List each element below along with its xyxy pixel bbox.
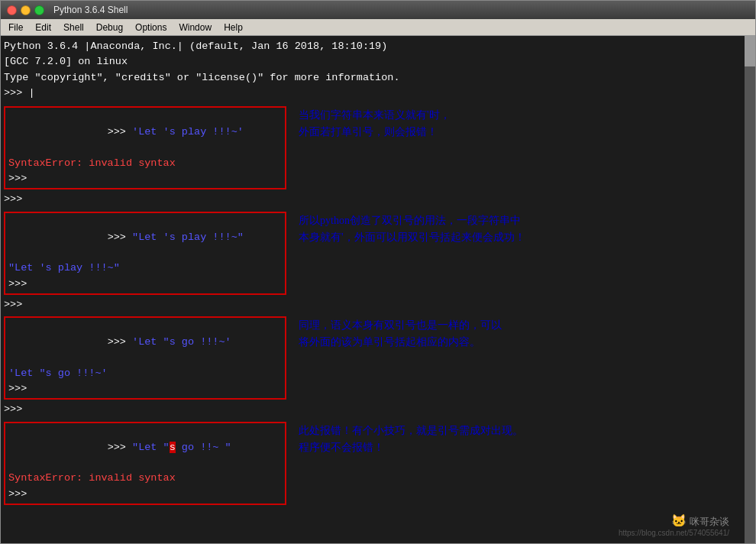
scrollbar[interactable]	[745, 36, 755, 543]
prompt-2: >>>	[108, 232, 132, 243]
annotation-2b: 本身就有'，外面可以用双引号括起来便会成功！	[299, 229, 743, 246]
python-header-2: [GCC 7.2.0] on linux	[4, 54, 743, 70]
all-content: Python 3.6.4 |Anaconda, Inc.| (default, …	[1, 36, 745, 543]
inter-prompt-2: >>>	[4, 297, 743, 312]
annotation-1b: 外面若打单引号，则会报错！	[299, 124, 743, 141]
minimize-button[interactable]	[21, 5, 31, 15]
annotation-3b: 将外面的该为单引号括起相应的内容。	[299, 334, 743, 351]
block2-annotation: 所以python创造了双引号的用法，一段字符串中 本身就有'，外面可以用双引号括…	[286, 209, 743, 297]
block1-left: >>> 'Let 's play !!!~' SyntaxError: inva…	[4, 104, 286, 192]
block4-annotation: 此处报错！有个小技巧，就是引号需成对出现。 程序便不会报错！	[286, 419, 743, 507]
block3-left: >>> 'Let "s go !!!~' 'Let "s go !!!~' >>…	[4, 314, 286, 402]
block1-prompt: >>>	[8, 171, 282, 186]
section-2: >>> "Let 's play !!!~" "Let 's play !!!~…	[4, 209, 743, 297]
menu-file[interactable]: File	[2, 21, 29, 34]
block3-output: 'Let "s go !!!~'	[8, 366, 282, 381]
block3-input: >>> 'Let "s go !!!~'	[8, 319, 282, 366]
window-title: Python 3.6.4 Shell	[53, 5, 128, 15]
maximize-button[interactable]	[34, 5, 44, 15]
block4-error: SyntaxError: invalid syntax	[8, 471, 282, 486]
python-header-1: Python 3.6.4 |Anaconda, Inc.| (default, …	[4, 39, 743, 54]
menu-bar: File Edit Shell Debug Options Window Hel…	[1, 19, 755, 36]
block3-code: 'Let "s go !!!~'	[132, 336, 231, 348]
watermark-name: 🐱 咪哥杂谈	[619, 513, 729, 529]
window: Python 3.6.4 Shell File Edit Shell Debug…	[0, 0, 756, 544]
prompt-1: >>>	[108, 126, 132, 138]
block4-input: >>> "Let "s go !!~ "	[8, 425, 282, 471]
menu-debug[interactable]: Debug	[90, 21, 129, 34]
annotation-4b: 程序便不会报错！	[299, 439, 743, 456]
block2-input: >>> "Let 's play !!!~"	[8, 215, 282, 261]
code-block-2: >>> "Let 's play !!!~" "Let 's play !!!~…	[4, 212, 286, 295]
code-block-1: >>> 'Let 's play !!!~' SyntaxError: inva…	[4, 106, 286, 189]
inter-prompt-3: >>>	[4, 402, 743, 417]
annotation-4a: 此处报错！有个小技巧，就是引号需成对出现。	[299, 423, 743, 439]
menu-window[interactable]: Window	[173, 21, 218, 34]
block2-code: "Let 's play !!!~"	[132, 232, 244, 243]
menu-help[interactable]: Help	[218, 21, 249, 34]
block1-code: 'Let 's play !!!~'	[132, 126, 244, 138]
block4-code-after: go !!~ "	[176, 442, 231, 453]
prompt-4: >>>	[108, 442, 132, 453]
code-block-3: >>> 'Let "s go !!!~' 'Let "s go !!!~' >>…	[4, 316, 286, 400]
close-button[interactable]	[7, 5, 17, 15]
block3-prompt: >>>	[8, 381, 282, 397]
block1-error: SyntaxError: invalid syntax	[8, 156, 282, 171]
watermark-url: https://blog.csdn.net/574055641/	[619, 529, 729, 537]
menu-edit[interactable]: Edit	[29, 21, 57, 34]
block2-prompt: >>>	[8, 277, 282, 292]
prompt-3: >>>	[108, 336, 132, 348]
block4-prompt: >>>	[8, 487, 282, 502]
block2-left: >>> "Let 's play !!!~" "Let 's play !!!~…	[4, 209, 286, 297]
menu-shell[interactable]: Shell	[57, 21, 90, 34]
window-controls	[7, 5, 44, 15]
block4-left: >>> "Let "s go !!~ " SyntaxError: invali…	[4, 419, 286, 507]
scrollbar-thumb[interactable]	[745, 36, 755, 66]
block2-output: "Let 's play !!!~"	[8, 261, 282, 276]
section-3: >>> 'Let "s go !!!~' 'Let "s go !!!~' >>…	[4, 314, 743, 402]
block1-annotation: 当我们字符串本来语义就有'时， 外面若打单引号，则会报错！	[286, 104, 743, 192]
block3-annotation: 同理，语义本身有双引号也是一样的，可以 将外面的该为单引号括起相应的内容。	[286, 314, 743, 402]
shell-inner: Python 3.6.4 |Anaconda, Inc.| (default, …	[1, 36, 745, 543]
menu-options[interactable]: Options	[129, 21, 173, 34]
title-bar: Python 3.6.4 Shell	[1, 1, 755, 19]
initial-prompt[interactable]: >>> |	[4, 86, 743, 101]
annotation-2a: 所以python创造了双引号的用法，一段字符串中	[299, 212, 743, 229]
block1-input: >>> 'Let 's play !!!~'	[8, 109, 282, 156]
annotation-3a: 同理，语义本身有双引号也是一样的，可以	[299, 317, 743, 334]
code-block-4: >>> "Let "s go !!~ " SyntaxError: invali…	[4, 422, 286, 505]
section-4: >>> "Let "s go !!~ " SyntaxError: invali…	[4, 419, 743, 507]
section-1: >>> 'Let 's play !!!~' SyntaxError: inva…	[4, 104, 743, 192]
block4-code-before: "Let "	[132, 442, 170, 453]
inter-prompt-1: >>>	[4, 192, 743, 207]
watermark: 🐱 咪哥杂谈 https://blog.csdn.net/574055641/	[619, 513, 729, 537]
python-header-3: Type "copyright", "credits" or "license(…	[4, 70, 743, 86]
annotation-1: 当我们字符串本来语义就有'时，	[299, 107, 743, 124]
shell-content: Python 3.6.4 |Anaconda, Inc.| (default, …	[1, 36, 755, 543]
block4-highlight: s	[170, 442, 176, 453]
